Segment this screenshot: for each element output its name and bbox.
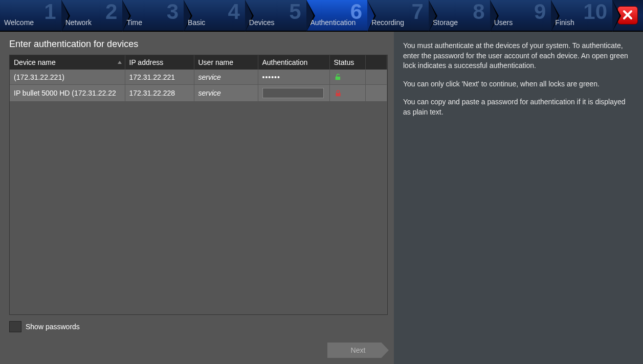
col-status[interactable]: Status	[329, 55, 365, 70]
password-masked: ••••••	[262, 73, 280, 81]
table-row[interactable]: (172.31.22.221) 172.31.22.221 service ••…	[10, 70, 387, 85]
next-button[interactable]: Next	[327, 343, 389, 358]
nav-step-basic[interactable]: 4Basic	[184, 0, 245, 31]
nav-step-finish[interactable]: 10Finish	[551, 0, 612, 31]
cell-auth: ••••••	[258, 70, 329, 85]
help-panel: You must authenticate at the devices of …	[394, 32, 643, 364]
nav-step-recording[interactable]: 7Recording	[367, 0, 429, 31]
col-spacer	[365, 55, 387, 70]
cell-device-name: IP bullet 5000 HD (172.31.22.22	[10, 85, 125, 102]
nav-label: Finish	[555, 18, 574, 27]
cell-user: service	[194, 70, 258, 85]
nav-label: Users	[494, 18, 513, 27]
help-text: You can copy and paste a password for au…	[403, 97, 634, 117]
table-row[interactable]: IP bullet 5000 HD (172.31.22.22 172.31.2…	[10, 85, 387, 102]
col-device-name[interactable]: Device name	[10, 55, 125, 70]
nav-step-devices[interactable]: 5Devices	[245, 0, 306, 31]
nav-label: Basic	[188, 18, 205, 27]
nav-step-users[interactable]: 9Users	[490, 0, 551, 31]
col-ip-address[interactable]: IP address	[125, 55, 194, 70]
cell-status	[329, 85, 365, 102]
nav-label: Recording	[371, 18, 404, 27]
nav-step-network[interactable]: 2Network	[61, 0, 123, 31]
cell-device-name: (172.31.22.221)	[10, 70, 125, 85]
nav-step-authentication[interactable]: 6Authentication	[306, 0, 368, 31]
main-area: Enter authentication for devices Device …	[0, 32, 643, 364]
cell-user: service	[194, 85, 258, 102]
cell-auth	[258, 85, 329, 102]
show-passwords-row: Show passwords	[9, 321, 388, 332]
col-authentication[interactable]: Authentication	[258, 55, 329, 70]
device-table-wrap: Device name IP address User name Authent…	[9, 55, 388, 315]
nav-label: Time	[126, 18, 142, 27]
help-text: You can only click 'Next' to continue, w…	[403, 79, 634, 89]
cell-ip: 172.31.22.221	[125, 70, 194, 85]
password-input[interactable]	[262, 88, 324, 98]
lock-open-icon	[334, 73, 342, 81]
cell-ip: 172.31.22.228	[125, 85, 194, 102]
wizard-nav: 1Welcome 2Network 3Time 4Basic 5Devices …	[0, 0, 643, 32]
help-text: You must authenticate at the devices of …	[403, 41, 634, 71]
col-user-name[interactable]: User name	[194, 55, 258, 70]
show-passwords-checkbox[interactable]	[9, 321, 21, 332]
cell-status	[329, 70, 365, 85]
nav-label: Devices	[249, 18, 275, 27]
lock-closed-icon	[334, 89, 342, 98]
show-passwords-label: Show passwords	[26, 323, 80, 331]
nav-label: Welcome	[4, 18, 34, 27]
left-panel: Enter authentication for devices Device …	[0, 32, 394, 364]
nav-step-storage[interactable]: 8Storage	[429, 0, 490, 31]
page-title: Enter authentication for devices	[9, 39, 388, 50]
nav-step-welcome[interactable]: 1Welcome	[0, 0, 61, 31]
nav-step-time[interactable]: 3Time	[122, 0, 184, 31]
sort-asc-icon	[118, 61, 122, 64]
device-table: Device name IP address User name Authent…	[10, 55, 387, 102]
nav-label: Network	[65, 18, 92, 27]
nav-label: Storage	[433, 18, 458, 27]
close-icon	[622, 9, 634, 22]
nav-label: Authentication	[311, 18, 356, 27]
